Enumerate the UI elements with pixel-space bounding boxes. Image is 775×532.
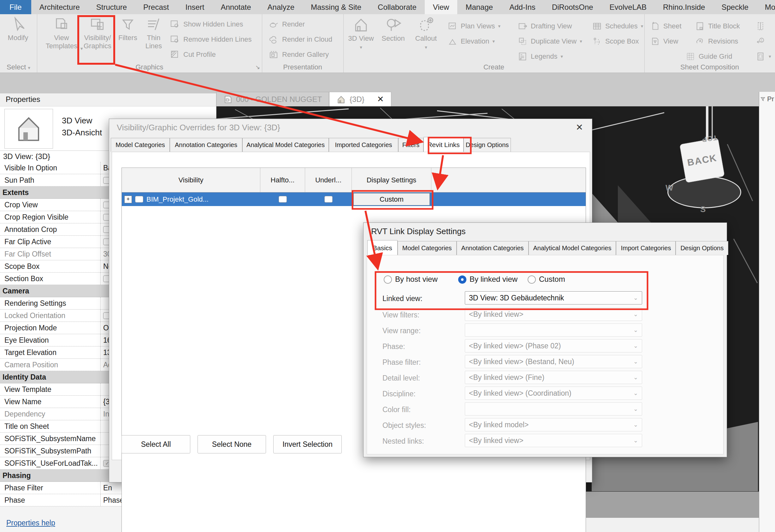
- tab-speckle[interactable]: Speckle: [713, 0, 756, 14]
- halftone-checkbox[interactable]: [279, 196, 287, 202]
- title-block-button[interactable]: Title Block: [695, 19, 740, 33]
- tab-rhinoinside[interactable]: Rhino.Inside: [655, 0, 713, 14]
- visibility-checkbox[interactable]: [135, 196, 143, 202]
- radio-custom[interactable]: [528, 276, 536, 284]
- radio-label[interactable]: Custom: [539, 275, 565, 284]
- tab-filters[interactable]: Filters: [398, 138, 424, 152]
- render-gallery-button[interactable]: Render Gallery: [268, 48, 329, 61]
- render-button[interactable]: Render: [268, 17, 305, 31]
- close-view-icon[interactable]: ✕: [377, 94, 384, 104]
- guide-grid-button[interactable]: Guide Grid: [685, 50, 732, 63]
- 3d-view-button[interactable]: 3D View ▾: [346, 17, 375, 51]
- select-all-button[interactable]: Select All: [121, 435, 190, 453]
- panel-launcher-icon[interactable]: ↘: [255, 64, 260, 71]
- filters-button[interactable]: Filters: [114, 17, 142, 42]
- tab-design-options[interactable]: Design Options: [676, 241, 728, 255]
- tab-view[interactable]: View: [425, 0, 458, 14]
- tab-dirootsone[interactable]: DiRootsOne: [544, 0, 602, 14]
- col-visibility[interactable]: Visibility: [122, 168, 260, 192]
- modify-button[interactable]: Modify: [1, 17, 35, 42]
- visibility-graphics-button[interactable]: Visibility/ Graphics: [81, 17, 114, 50]
- elevation-button[interactable]: Elevation▾: [448, 34, 495, 48]
- link-row[interactable]: + BIM_Projekt_Gold... Custom: [122, 192, 586, 206]
- nested-links-dropdown[interactable]: <By linked view>⌄: [465, 434, 642, 447]
- thin-lines-button[interactable]: Thin Lines: [141, 17, 166, 50]
- discipline-dropdown[interactable]: <By linked view> (Coordination)⌄: [465, 387, 642, 400]
- viewcube[interactable]: TOPBACK S W: [667, 139, 746, 224]
- callout-button[interactable]: Callout▾: [410, 17, 442, 51]
- tab-analyze[interactable]: Analyze: [259, 0, 302, 14]
- close-icon[interactable]: ✕: [576, 122, 583, 132]
- col-underlay[interactable]: Underl...: [305, 168, 352, 192]
- tab-model-categories[interactable]: Model Categories: [398, 241, 457, 255]
- tab-analytical-model-categories[interactable]: Analytical Model Categories: [242, 138, 329, 152]
- viewcube-compass-ring[interactable]: [667, 176, 741, 208]
- tab-basics[interactable]: Basics: [367, 240, 398, 256]
- sheet-view-button[interactable]: View: [650, 34, 678, 48]
- tab-imported-categories[interactable]: Imported Categories: [329, 138, 398, 152]
- schedules-button[interactable]: Schedules▾: [592, 19, 643, 33]
- tab-revit-links[interactable]: Revit Links: [424, 137, 464, 153]
- radio-by-host-view[interactable]: [384, 276, 392, 284]
- object-styles-dropdown[interactable]: <By linked model>⌄: [465, 418, 642, 431]
- tab-evolvelab[interactable]: EvolveLAB: [602, 0, 655, 14]
- scope-box-button[interactable]: Scope Box: [592, 34, 639, 48]
- display-settings-custom-button[interactable]: Custom: [353, 193, 430, 205]
- tab-file[interactable]: File: [0, 0, 31, 14]
- revisions-button[interactable]: Revisions: [695, 34, 738, 48]
- view-tab-3d[interactable]: {3D} ✕: [329, 92, 391, 106]
- tab-annotation-categories[interactable]: Annotation Categories: [170, 138, 242, 152]
- col-halftone[interactable]: Halfto...: [260, 168, 305, 192]
- cut-profile-button[interactable]: Cut Profile: [169, 48, 216, 61]
- plan-views-button[interactable]: Plan Views▾: [448, 19, 501, 33]
- show-hidden-lines-button[interactable]: Show Hidden Lines: [169, 17, 243, 31]
- phase-filter-dropdown[interactable]: <By linked view> (Bestand, Neu)⌄: [465, 355, 642, 368]
- remove-hidden-lines-button[interactable]: Remove Hidden Lines: [169, 32, 251, 46]
- legends-button[interactable]: Legends▾: [518, 50, 563, 63]
- tab-massing-site[interactable]: Massing & Site: [302, 0, 369, 14]
- linked-view-dropdown[interactable]: 3D View: 3D Gebäudetechnik⌄: [465, 291, 642, 305]
- tab-modify[interactable]: Modify: [757, 0, 775, 14]
- tab-add-ins[interactable]: Add-Ins: [501, 0, 544, 14]
- matchline-icon[interactable]: [755, 19, 766, 33]
- col-display-settings[interactable]: Display Settings: [352, 168, 432, 192]
- section-icon: [385, 17, 402, 32]
- invert-selection-button[interactable]: Invert Selection: [273, 435, 342, 453]
- section-button[interactable]: Section: [377, 17, 409, 43]
- tab-precast[interactable]: Precast: [135, 0, 177, 14]
- detail-level-dropdown[interactable]: <By linked view> (Fine)⌄: [465, 371, 642, 384]
- view-tab-sheet[interactable]: 000 - GOLDEN NUGGET: [216, 92, 329, 106]
- radio-by-linked-view[interactable]: [458, 276, 467, 284]
- view-range-dropdown[interactable]: ⌄: [465, 324, 642, 337]
- tab-design-options[interactable]: Design Options: [464, 138, 511, 152]
- tab-manage[interactable]: Manage: [457, 0, 501, 14]
- viewport-icon[interactable]: ▾: [755, 50, 771, 63]
- sheet-button[interactable]: Sheet: [650, 19, 682, 33]
- color-fill-dropdown[interactable]: ⌄: [465, 402, 642, 416]
- view-reference-icon[interactable]: 1: [755, 34, 766, 48]
- project-browser-strip[interactable]: Pr: [759, 92, 775, 532]
- tab-annotation-categories[interactable]: Annotation Categories: [457, 241, 529, 255]
- radio-label[interactable]: By host view: [395, 275, 438, 284]
- drafting-view-button[interactable]: Drafting View: [518, 19, 572, 33]
- tab-structure[interactable]: Structure: [88, 0, 135, 14]
- tab-import-categories[interactable]: Import Categories: [616, 241, 676, 255]
- underlay-checkbox[interactable]: [324, 196, 332, 202]
- tab-annotate[interactable]: Annotate: [213, 0, 259, 14]
- tab-insert[interactable]: Insert: [177, 0, 212, 14]
- expand-icon[interactable]: +: [124, 196, 132, 203]
- viewcube-cube[interactable]: TOPBACK: [679, 137, 725, 183]
- phase-dropdown[interactable]: <By linked view> (Phase 02)⌄: [465, 339, 642, 353]
- view-templates-button[interactable]: View Templates: [43, 17, 80, 50]
- tab-architecture[interactable]: Architecture: [31, 0, 88, 14]
- properties-help-link[interactable]: Properties help: [6, 519, 55, 527]
- view-filters-dropdown[interactable]: <By linked view>⌄: [465, 308, 642, 321]
- panel-label-select[interactable]: Select ▾: [0, 63, 37, 71]
- duplicate-view-button[interactable]: Duplicate View▾: [518, 34, 582, 48]
- select-none-button[interactable]: Select None: [197, 435, 266, 453]
- tab-collaborate[interactable]: Collaborate: [369, 0, 425, 14]
- render-in-cloud-button[interactable]: Render in Cloud: [268, 32, 332, 46]
- tab-model-categories[interactable]: Model Categories: [111, 138, 170, 152]
- radio-label[interactable]: By linked view: [470, 275, 518, 284]
- tab-analytical-model-categories[interactable]: Analytical Model Categories: [529, 241, 616, 255]
